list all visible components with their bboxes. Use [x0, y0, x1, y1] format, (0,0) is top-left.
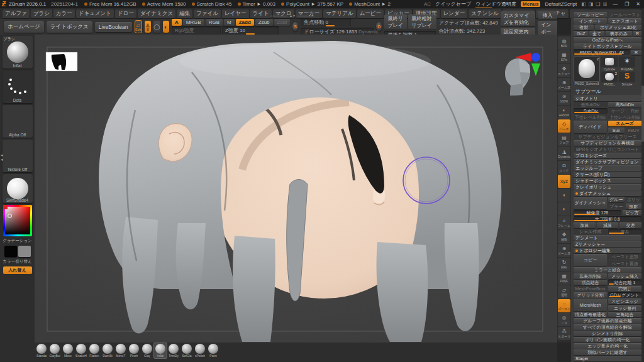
menu-item[interactable]: ファイル	[194, 9, 221, 18]
color-picker-cursor[interactable]	[8, 214, 12, 218]
palette-section-クレイポリッシュ[interactable]: クレイポリッシュ	[574, 184, 641, 190]
menu-item[interactable]: 編集	[177, 9, 192, 18]
insert-button[interactable]: 挿入	[538, 11, 557, 19]
right-shelf-button[interactable]: ◗	[558, 202, 570, 216]
titlebar-tool-icon[interactable]: ⊞	[602, 1, 607, 7]
focal-shift-slider[interactable]: 焦点移動 0	[301, 18, 351, 26]
mode-button[interactable]: M	[224, 19, 235, 26]
slider-SubDiv[interactable]: SubDiv	[574, 108, 608, 114]
button-シェル作成[interactable]: シェル作成	[574, 229, 607, 234]
brush-preset[interactable]: Pinch	[128, 343, 140, 358]
camera-head-preview[interactable]	[505, 58, 530, 96]
right-shelf-button[interactable]: ◇ パース	[558, 119, 570, 133]
menu-item[interactable]: ムービー	[357, 9, 384, 18]
restore-button[interactable]: ❐	[623, 1, 630, 7]
rgb-intensity-slider[interactable]: Rgb強度	[172, 26, 221, 35]
button-ライトボックス►ツール[interactable]: ライトボックス►ツール	[574, 43, 641, 49]
right-shelf-button[interactable]: ⊕ ズーム3D	[558, 244, 570, 257]
homepage-button[interactable]: ホームページ	[4, 21, 44, 33]
z-intensity-slider[interactable]: Z強度 10	[222, 26, 279, 35]
palette-section-シャドーボックス[interactable]: シャドーボックス	[574, 178, 641, 184]
palette-section-エッジループ[interactable]: エッジループ	[574, 165, 641, 171]
titlebar-tool-icon[interactable]: ❏	[596, 1, 600, 7]
button-GoZ[interactable]: GoZ	[574, 31, 588, 36]
button-R[interactable]: R	[633, 31, 641, 36]
stroke-knob-icon[interactable]: S	[292, 22, 298, 31]
menu-item[interactable]: ライト	[250, 9, 272, 18]
lightbox-button[interactable]: ライトボックス	[47, 21, 92, 33]
mode-button[interactable]: A	[172, 19, 182, 26]
palette-section-ジオメトリ[interactable]: ジオメトリ	[574, 96, 641, 101]
mode-button[interactable]: Zsub	[255, 19, 273, 26]
secondary-color-swatch[interactable]	[18, 246, 31, 257]
brush-preset[interactable]: Paint	[207, 343, 219, 358]
button-メッシュ挿入[interactable]: メッシュ挿入	[608, 273, 641, 279]
scrollbar-thumb[interactable]	[641, 85, 644, 142]
current-brush-tile[interactable]: ブラシ Inflat	[3, 36, 33, 69]
button-低SubDiv[interactable]: 低SubDiv	[574, 102, 607, 107]
button-グループ境界の頂点分離[interactable]: グループ境界の頂点分離	[574, 318, 641, 324]
slider-GDセグメント[interactable]: GDセグメント	[608, 292, 641, 298]
button-サブディビジョンをフリーズ[interactable]: サブディビジョンをフリーズ	[574, 134, 641, 140]
color-picker[interactable]	[3, 205, 32, 236]
button-エッジ長さの均一化[interactable]: エッジ長さの均一化	[574, 343, 641, 349]
tray-resize-handle[interactable]: ▲▼	[270, 14, 314, 18]
replay-last-button[interactable]: 最終リプレイ	[384, 14, 407, 30]
menu-item[interactable]: ステンシル	[469, 9, 501, 18]
shelf-divider-handle[interactable]: ◂◂	[1, 153, 3, 162]
button-ピッ方[interactable]: ピッ方	[623, 210, 641, 216]
right-shelf-button[interactable]: ✥ 移動	[558, 230, 570, 243]
button-エッジ整列[interactable]: エッジ整列	[608, 305, 641, 311]
right-shelf-button[interactable]: ◍ BPR	[558, 36, 570, 50]
brush-preset[interactable]: ClayBui	[48, 343, 61, 358]
mode-button[interactable]: RGB	[206, 19, 223, 26]
slider-厚み[interactable]: 厚み	[608, 229, 641, 234]
menu-item[interactable]: カラー	[53, 9, 75, 18]
button-ポリメッシュ3D化[interactable]: ポリメッシュ3D化	[595, 25, 641, 30]
menu-item[interactable]: ドロー	[115, 9, 136, 18]
enable-customize-button[interactable]: カスタマイズを有効化	[501, 11, 536, 26]
current-alpha-tile[interactable]: Alpha Off	[3, 105, 33, 138]
swap-colors-button[interactable]: 入れ替え	[3, 266, 32, 274]
window-opacity-slider[interactable]: ウィンドウ透明度	[475, 1, 516, 8]
menu-item[interactable]: マテリアル	[323, 9, 356, 18]
button-減算[interactable]: 減算	[597, 222, 619, 228]
brush-preset[interactable]: TrimDy	[167, 343, 180, 358]
brush-preset[interactable]: SofCla	[180, 343, 193, 358]
lasso-button[interactable]: ◯	[153, 21, 160, 33]
brush-preset[interactable]: Move	[62, 343, 74, 358]
button-頂点番号最適化[interactable]: 頂点番号最適化	[574, 312, 607, 317]
right-shelf-button[interactable]: ◘ ロック	[558, 161, 570, 174]
slider-解像度 128[interactable]: 解像度 128	[574, 210, 621, 216]
palette-section-ダイナメッシュ[interactable]: ダイナメッシュ	[574, 190, 641, 196]
menus-toggle-button[interactable]: Menus	[521, 1, 540, 7]
current-stroke-tile[interactable]: Dots	[3, 70, 33, 103]
button-ReUV[interactable]: ReUV	[626, 128, 642, 133]
button-ミラーと結合[interactable]: ミラーと結合	[574, 267, 641, 273]
button-BPRをジオメトリにコンバート[interactable]: BPRをジオメトリにコンバート	[574, 146, 641, 152]
button-上位レベル削除[interactable]: 上位レベル削除	[608, 114, 641, 120]
menu-item[interactable]: レンダー	[441, 9, 468, 18]
subtool-palette-title[interactable]: サブツール	[575, 88, 643, 95]
tool-thumbnail-simplebrush[interactable]: S	[619, 72, 635, 82]
button-GoZからiPadへ[interactable]: GoZからiPadへ	[574, 37, 641, 43]
button-ダイナメッシュ[interactable]: ダイナメッシュ	[574, 197, 607, 209]
brush-preset[interactable]: Standa	[35, 343, 48, 358]
brush-mode-button[interactable]: ◐	[163, 21, 169, 33]
sculpt-viewport[interactable]	[35, 35, 557, 343]
focal-shift-nub[interactable]	[326, 25, 335, 26]
slider-結合距離 1[interactable]: 結合距離 1	[608, 280, 641, 285]
button-グリッド分割[interactable]: グリッド分割	[574, 292, 607, 298]
saturation-value-square[interactable]	[5, 207, 30, 234]
right-shelf-button[interactable]: ⌗ フレーム	[558, 216, 570, 229]
button-MicroMesh[interactable]: MicroMesh	[574, 299, 607, 311]
button-表示のみ[interactable]: 表示のみ	[606, 31, 633, 36]
right-shelf-button[interactable]: ◖	[558, 189, 570, 202]
button-三角結合[interactable]: 三角結合	[608, 312, 641, 317]
brush-preset[interactable]: Clay	[141, 343, 153, 358]
current-material-tile[interactable]: SkinShade4	[3, 174, 33, 203]
palette-section-Stager[interactable]: Stager	[574, 356, 641, 361]
button-スムーズ[interactable]: スムーズ	[608, 121, 641, 126]
tool-thumbnail-cylinder[interactable]	[601, 57, 618, 67]
menu-item[interactable]: アルファ	[3, 9, 30, 18]
